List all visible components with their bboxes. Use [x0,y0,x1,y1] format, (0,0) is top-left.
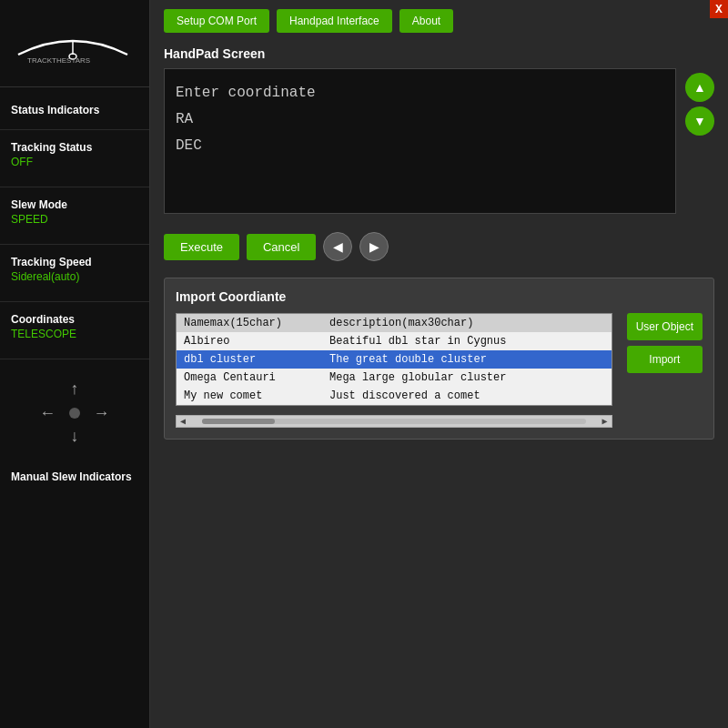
slew-mode-value: SPEED [11,213,138,226]
col-name-header: Namemax(15char) [184,317,329,329]
tracking-status-value: OFF [11,156,138,168]
prev-button[interactable]: ◀ [323,232,352,261]
status-indicators-section: Status Indicators [0,96,149,126]
dpad-down-arrow: ↓ [70,429,80,445]
next-button[interactable]: ▶ [359,232,389,261]
tracking-speed-label: Tracking Speed [11,256,138,268]
slew-mode-section: Slew Mode SPEED [0,191,149,240]
scroll-right-arrow[interactable]: ▶ [602,416,608,427]
screen-line3: DEC [176,133,664,159]
sidebar: TRACKTHESTARS Status Indicators Tracking… [0,0,150,728]
row-desc: Mega large globular cluster [329,371,604,384]
setup-com-button[interactable]: Setup COM Port [164,9,269,33]
coordinates-section: Coordinates TELESCOPE [0,306,149,355]
col-desc-header: description(max30char) [329,317,604,329]
execute-button[interactable]: Execute [164,234,239,260]
about-button[interactable]: About [399,9,453,33]
table-header-row: Namemax(15char) description(max30char) [177,314,612,332]
scroll-up-button[interactable]: ▲ [685,73,714,102]
screen-nav: ▲ ▼ [685,68,714,223]
handpad-screen: Enter coordinate RA DEC [164,68,676,214]
coordinates-label: Coordinates [11,313,138,326]
dpad-center [69,408,80,419]
screen-line2: RA [176,106,664,133]
table-row[interactable]: My new comet Just discovered a comet [177,387,612,405]
horizontal-scrollbar[interactable]: ◀ ▶ [176,415,612,428]
cancel-button[interactable]: Cancel [247,234,316,260]
row-desc: Beatiful dbl star in Cygnus [329,335,604,348]
manual-slew-label: Manual Slew Indicators [0,463,149,490]
import-button[interactable]: Import [627,346,703,373]
user-object-button[interactable]: User Object [627,313,703,340]
main-content: Setup COM Port Handpad Interface About H… [150,0,728,728]
scrollbar-thumb[interactable] [202,419,275,424]
import-title: Import Coordiante [176,289,703,304]
row-desc: The great double cluster [329,353,604,366]
slew-mode-label: Slew Mode [11,198,138,211]
import-table-row: Namemax(15char) description(max30char) A… [176,313,703,428]
handpad-interface-button[interactable]: Handpad Interface [277,9,392,33]
coordinate-table: Namemax(15char) description(max30char) A… [176,313,612,406]
table-row[interactable]: Omega Centauri Mega large globular clust… [177,369,612,387]
dpad-left-arrow: ← [43,405,53,421]
directional-pad: ↑ ↓ ← → [38,377,111,450]
coordinates-value: TELESCOPE [11,328,138,340]
tracking-status-section: Tracking Status OFF [0,134,149,183]
screen-wrapper: Enter coordinate RA DEC ▲ ▼ [164,68,714,223]
row-name: dbl cluster [184,353,329,366]
dpad-area: ↑ ↓ ← → [0,363,149,463]
table-row[interactable]: dbl cluster The great double cluster [177,350,612,369]
row-name: Omega Centauri [184,371,329,384]
table-row[interactable]: Albireo Beatiful dbl star in Cygnus [177,332,612,350]
action-row: Execute Cancel ◀ ▶ [164,232,714,261]
table-wrapper: Namemax(15char) description(max30char) A… [176,313,612,428]
dpad-right-arrow: → [96,405,106,421]
toolbar: Setup COM Port Handpad Interface About [164,9,714,33]
scroll-left-arrow[interactable]: ◀ [180,416,186,427]
tracking-speed-section: Tracking Speed Sidereal(auto) [0,248,149,298]
row-name: Albireo [184,335,329,348]
import-buttons: User Object Import [627,313,703,373]
handpad-section-title: HandPad Screen [164,46,714,61]
row-desc: Just discovered a comet [329,389,604,402]
row-name: My new comet [184,389,329,402]
status-indicators-label: Status Indicators [11,104,138,116]
tracking-speed-value: Sidereal(auto) [11,270,138,283]
logo-icon: TRACKTHESTARS [9,23,136,64]
tracking-status-label: Tracking Status [11,141,138,154]
close-button[interactable]: X [710,0,728,18]
logo-area: TRACKTHESTARS [0,9,149,87]
svg-text:TRACKTHESTARS: TRACKTHESTARS [27,56,90,64]
import-section: Import Coordiante Namemax(15char) descri… [164,278,714,440]
scroll-down-button[interactable]: ▼ [685,106,714,136]
dpad-up-arrow: ↑ [70,381,80,398]
screen-line1: Enter coordinate [176,80,664,106]
